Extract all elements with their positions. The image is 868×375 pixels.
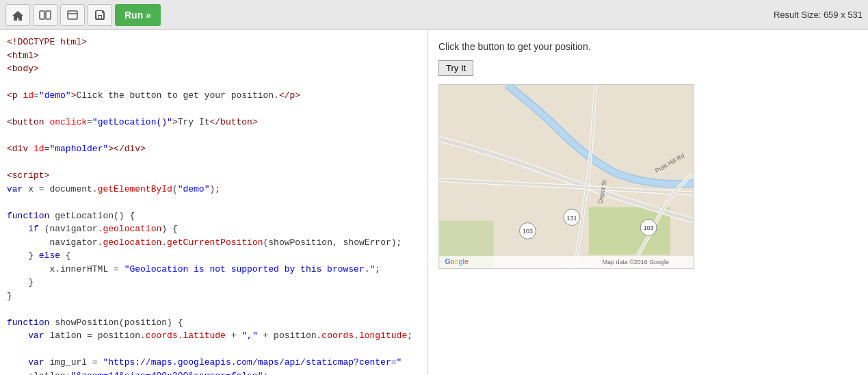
code-line: <html>	[7, 49, 420, 63]
code-line	[7, 129, 420, 143]
result-description: Click the button to get your position.	[438, 41, 857, 52]
svg-text:Map data ©2016 Google: Map data ©2016 Google	[603, 259, 669, 266]
home-button[interactable]	[5, 4, 30, 26]
main-content: <!DOCTYPE html> <html> <body> <p id="dem…	[0, 30, 868, 375]
svg-text:103: 103	[644, 224, 654, 231]
code-line: function getLocation() {	[7, 209, 420, 223]
code-line: +latlon+"&zoom=14&size=400x300&sensor=fa…	[7, 370, 420, 376]
toolbar: Run » Result Size: 659 x 531	[0, 0, 868, 30]
minimize-button[interactable]	[60, 4, 85, 26]
svg-text:103: 103	[523, 228, 533, 235]
code-line: }	[7, 289, 420, 303]
code-line: var img_url = "https://maps.googleapis.c…	[7, 356, 420, 370]
map-container: 103 131 103 Depot St Pratt Hill Rd G oog…	[438, 84, 694, 269]
code-line: <div id="mapholder"></div>	[7, 142, 420, 156]
code-editor[interactable]: <!DOCTYPE html> <html> <body> <p id="dem…	[0, 30, 427, 375]
code-line: navigator.geolocation.getCurrentPosition…	[7, 236, 420, 250]
svg-rect-2	[68, 11, 77, 19]
code-line: <body>	[7, 62, 420, 76]
code-line: function showPosition(position) {	[7, 316, 420, 330]
code-line	[7, 196, 420, 209]
result-size-label: Result Size: 659 x 531	[774, 10, 863, 20]
svg-text:131: 131	[566, 215, 577, 222]
svg-rect-1	[46, 11, 51, 19]
code-line: x.innerHTML = "Geolocation is not suppor…	[7, 263, 420, 276]
code-line: var x = document.getElementById("demo");	[7, 183, 420, 196]
code-line	[7, 156, 420, 170]
result-panel: Click the button to get your position. T…	[428, 30, 868, 375]
run-button[interactable]: Run »	[115, 4, 161, 26]
svg-rect-0	[40, 11, 44, 19]
svg-rect-5	[589, 207, 670, 255]
svg-text:oogle: oogle	[450, 257, 469, 266]
code-line: } else {	[7, 249, 420, 263]
code-line	[7, 343, 420, 357]
try-it-button[interactable]: Try It	[438, 60, 473, 76]
code-line: }	[7, 276, 420, 289]
code-line: var latlon = position.coords.latitude + …	[7, 329, 420, 343]
code-line: <p id="demo">Click the button to get you…	[7, 89, 420, 103]
code-line: if (navigator.geolocation) {	[7, 222, 420, 236]
code-line	[7, 103, 420, 116]
code-line	[7, 76, 420, 90]
split-view-button[interactable]	[33, 4, 57, 26]
save-button[interactable]	[88, 4, 112, 26]
code-line: <button onclick="getLocation()">Try It</…	[7, 116, 420, 129]
map-svg: 103 131 103 Depot St Pratt Hill Rd G oog…	[439, 85, 694, 268]
code-line: <script>	[7, 169, 420, 183]
code-line: <!DOCTYPE html>	[7, 36, 420, 49]
editor-panel: <!DOCTYPE html> <html> <body> <p id="dem…	[0, 30, 428, 375]
code-line	[7, 302, 420, 316]
